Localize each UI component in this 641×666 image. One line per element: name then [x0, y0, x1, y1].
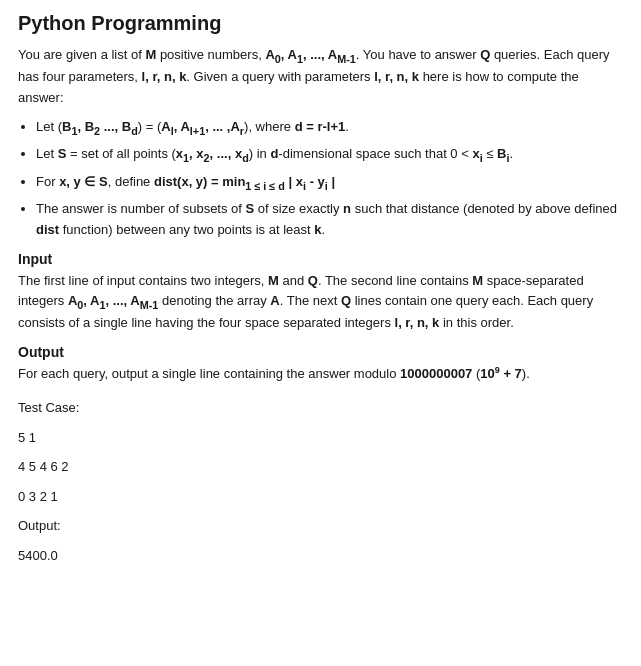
bullet-3: For x, y ∈ S, define dist(x, y) = min1 ≤…	[36, 171, 623, 195]
intro-paragraph: You are given a list of M positive numbe…	[18, 45, 623, 108]
test-case-label: Test Case:	[18, 398, 623, 418]
output-text: For each query, output a single line con…	[18, 364, 623, 384]
test-input-1: 5 1	[18, 428, 623, 448]
test-case-block: Test Case: 5 1 4 5 4 6 2 0 3 2 1 Output:…	[18, 398, 623, 565]
bullet-4: The answer is number of subsets of S of …	[36, 198, 623, 241]
input-text: The first line of input contains two int…	[18, 271, 623, 334]
bullet-1: Let (B1, B2 ..., Bd) = (Al, Al+1, ... ,A…	[36, 116, 623, 140]
test-input-3: 0 3 2 1	[18, 487, 623, 507]
bullet-list: Let (B1, B2 ..., Bd) = (Al, Al+1, ... ,A…	[36, 116, 623, 241]
output-value: 5400.0	[18, 546, 623, 566]
bullet-2: Let S = set of all points (x1, x2, ..., …	[36, 143, 623, 167]
output-label: Output:	[18, 516, 623, 536]
input-heading: Input	[18, 251, 623, 267]
page-title: Python Programming	[18, 12, 623, 35]
output-heading: Output	[18, 344, 623, 360]
test-input-2: 4 5 4 6 2	[18, 457, 623, 477]
